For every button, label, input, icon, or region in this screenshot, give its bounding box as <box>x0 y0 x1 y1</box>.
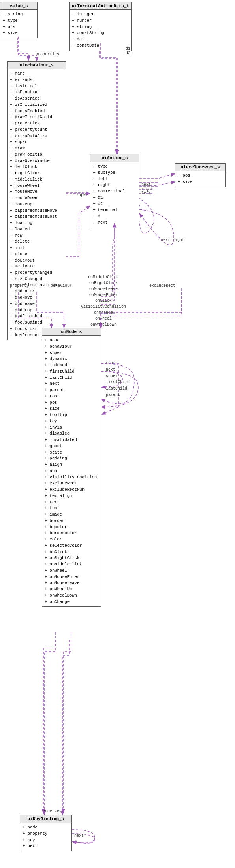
super-label: super <box>76 193 88 197</box>
diagram-container: value_s + string + type + ofs + size uiT… <box>0 0 235 868</box>
ui-action-box: uiAction_s + type + subType + left + rig… <box>90 154 139 228</box>
next-right-label: next right <box>161 238 184 242</box>
ui-key-binding-body: + node + property + key + next <box>20 823 71 851</box>
ui-terminal-action-data-box: uiTerminalActionData_t + integer + numbe… <box>69 2 132 51</box>
value-s-box: value_s + string + type + ofs + size <box>0 2 38 38</box>
value-s-header: value_s <box>0 2 37 10</box>
ui-behaviour-body: + name + extends + isVirtual + isFunctio… <box>8 69 66 340</box>
ui-exclude-rect-header: uiExcludeRect_s <box>175 164 225 171</box>
ui-exclude-rect-box: uiExcludeRect_s + pos + size <box>175 163 226 187</box>
ui-terminal-action-data-header: uiTerminalActionData_t <box>70 2 131 10</box>
next-right-left-label: nextrightleft <box>141 183 153 196</box>
ui-exclude-rect-body: + pos + size <box>175 171 225 187</box>
self-ref-label: rootnextsuperfirstChildlastChildparent <box>106 360 130 398</box>
callbacks-label: onMiddleClickonRightClickonMouseLeaveonM… <box>81 274 126 333</box>
ui-terminal-action-data-body: + integer + number + string + constStrin… <box>70 10 131 51</box>
property-label: property <box>10 284 29 288</box>
ui-key-binding-box: uiKeyBinding_s + node + property + key +… <box>20 815 72 851</box>
ui-key-binding-header: uiKeyBinding_s <box>20 815 71 823</box>
properties-label: properties <box>36 52 59 56</box>
ui-behaviour-header: uiBehaviour_s <box>8 62 66 69</box>
behaviour-label: behaviour <box>51 284 72 288</box>
node-key-label: node key <box>43 809 62 813</box>
ui-action-header: uiAction_s <box>90 154 139 162</box>
value-s-body: + string + type + ofs + size <box>0 10 37 38</box>
ui-behaviour-box: uiBehaviour_s + name + extends + isVirtu… <box>7 61 66 340</box>
d1-d2-label: d1d2 <box>126 47 130 55</box>
ui-action-body: + type + subType + left + right + nonTer… <box>90 162 139 228</box>
ui-node-body: + name + behaviour + super + dynamic + i… <box>42 336 101 606</box>
next-keybinding-label: next <box>74 834 84 838</box>
exclude-rect-label: excludeRect <box>149 284 175 288</box>
ui-node-box: uiNode_s + name + behaviour + super + dy… <box>42 328 101 607</box>
ui-node-header: uiNode_s <box>42 328 101 336</box>
